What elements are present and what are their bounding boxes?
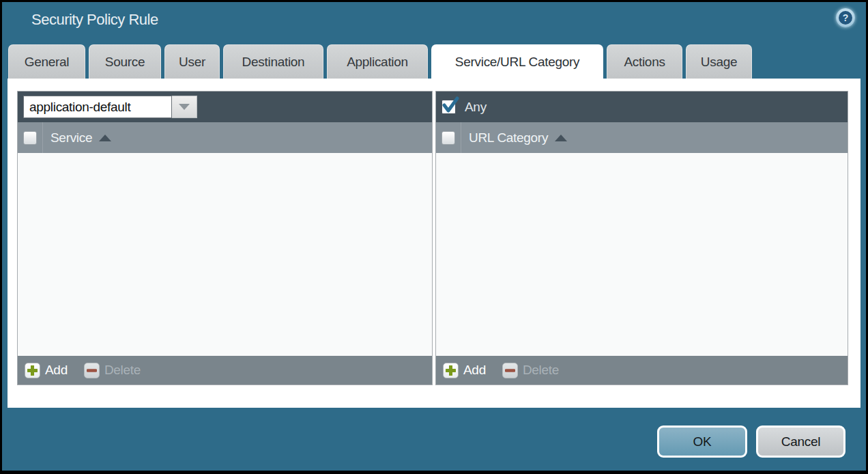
service-column-header-row: Service — [18, 122, 432, 153]
any-label: Any — [465, 100, 487, 115]
service-panel: application-default Service — [17, 91, 433, 385]
ok-button[interactable]: OK — [657, 426, 747, 458]
url-category-panel: Any URL Category Add — [435, 91, 848, 385]
url-category-add-label: Add — [463, 363, 486, 378]
url-category-toolbar: Any — [436, 92, 848, 122]
minus-icon — [502, 363, 518, 378]
url-category-list[interactable] — [436, 153, 848, 356]
tab-destination[interactable]: Destination — [223, 44, 323, 79]
url-category-add-button[interactable]: Add — [443, 363, 486, 378]
tab-content: application-default Service — [8, 79, 860, 408]
url-category-delete-label: Delete — [523, 363, 559, 378]
url-category-select-all-column — [436, 122, 461, 153]
minus-icon — [84, 363, 100, 378]
url-category-delete-button[interactable]: Delete — [502, 363, 559, 378]
service-list[interactable] — [18, 153, 432, 356]
tab-actions[interactable]: Actions — [607, 44, 682, 79]
sort-ascending-icon — [555, 135, 567, 141]
chevron-down-icon — [179, 104, 190, 110]
tab-source[interactable]: Source — [89, 44, 161, 79]
tab-application[interactable]: Application — [327, 44, 428, 79]
tab-usage[interactable]: Usage — [686, 44, 752, 79]
service-select-all-column — [18, 122, 43, 153]
service-select-all-checkbox[interactable] — [23, 131, 37, 145]
url-category-footer: Add Delete — [436, 356, 848, 385]
help-icon[interactable]: ? — [836, 8, 855, 27]
service-delete-label: Delete — [104, 363, 141, 378]
service-add-label: Add — [45, 363, 68, 378]
tab-bar: General Source User Destination Applicat… — [8, 44, 755, 79]
url-category-column-header[interactable]: URL Category — [469, 130, 548, 145]
service-type-dropdown-button[interactable] — [172, 96, 197, 118]
plus-icon — [443, 363, 459, 378]
service-type-value[interactable]: application-default — [23, 96, 172, 118]
sort-ascending-icon — [99, 135, 111, 141]
service-type-dropdown[interactable]: application-default — [23, 96, 197, 118]
service-add-button[interactable]: Add — [25, 363, 68, 378]
service-column-header[interactable]: Service — [50, 130, 92, 145]
service-footer: Add Delete — [18, 356, 432, 385]
tab-service-url-category[interactable]: Service/URL Category — [431, 44, 603, 79]
help-icon-glyph: ? — [839, 11, 852, 25]
security-policy-rule-dialog: Security Policy Rule ? General Source Us… — [2, 2, 866, 471]
plus-icon — [25, 363, 40, 378]
tab-general[interactable]: General — [8, 44, 85, 79]
dialog-title: Security Policy Rule — [31, 11, 158, 29]
service-delete-button[interactable]: Delete — [84, 363, 141, 378]
cancel-button[interactable]: Cancel — [756, 426, 845, 458]
tab-user[interactable]: User — [164, 44, 220, 79]
any-checkbox[interactable] — [442, 100, 456, 114]
url-category-select-all-checkbox[interactable] — [442, 131, 455, 145]
service-toolbar: application-default — [18, 92, 432, 122]
url-category-column-header-row: URL Category — [436, 122, 848, 153]
